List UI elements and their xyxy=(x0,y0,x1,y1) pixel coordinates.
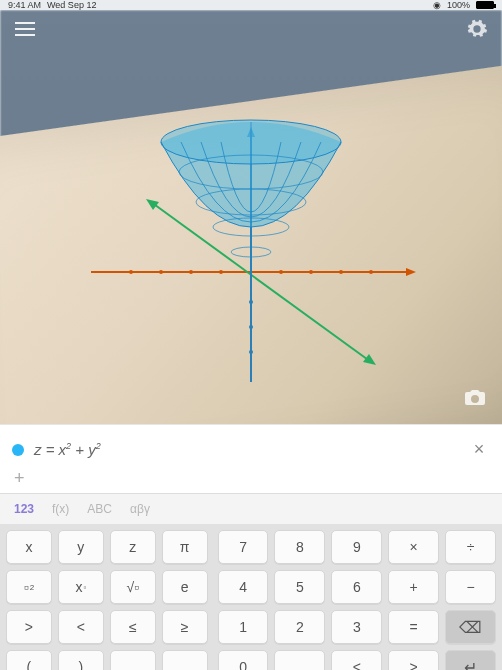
key-le[interactable]: ≤ xyxy=(110,610,156,644)
key-lt[interactable]: < xyxy=(58,610,104,644)
key-lparen[interactable]: ( xyxy=(6,650,52,670)
key-2[interactable]: 2 xyxy=(274,610,325,644)
key-x[interactable]: x xyxy=(6,530,52,564)
key-6[interactable]: 6 xyxy=(331,570,382,604)
axes-3d xyxy=(71,102,431,382)
tab-123[interactable]: 123 xyxy=(14,502,34,516)
key-minus[interactable]: − xyxy=(445,570,496,604)
svg-marker-11 xyxy=(363,354,376,365)
battery-percent: 100% xyxy=(447,0,470,10)
visibility-dot[interactable] xyxy=(12,444,24,456)
key-sqrt[interactable]: √▫ xyxy=(110,570,156,604)
key-plus[interactable]: + xyxy=(388,570,439,604)
svg-point-9 xyxy=(369,270,373,274)
key-gt[interactable]: > xyxy=(6,610,52,644)
equation-row[interactable]: z = x2 + y2 × xyxy=(12,435,490,464)
key-more[interactable]: … xyxy=(162,650,208,670)
key-dot[interactable]: . xyxy=(274,650,325,670)
svg-point-17 xyxy=(249,350,253,354)
key-left[interactable]: < xyxy=(331,650,382,670)
key-pi[interactable]: π xyxy=(162,530,208,564)
key-7[interactable]: 7 xyxy=(218,530,269,564)
key-e[interactable]: e xyxy=(162,570,208,604)
tab-fx[interactable]: f(x) xyxy=(52,502,69,516)
key-right[interactable]: > xyxy=(388,650,439,670)
key-9[interactable]: 9 xyxy=(331,530,382,564)
svg-point-15 xyxy=(249,300,253,304)
battery-icon xyxy=(476,1,494,9)
key-z[interactable]: z xyxy=(110,530,156,564)
key-ge[interactable]: ≥ xyxy=(162,610,208,644)
keypad-right: 7 8 9 × ÷ 4 5 6 + − 1 2 3 = ⌫ 0 . < > ↵ xyxy=(218,530,496,670)
keypad-left: x y z π ▫2 x▫ √▫ e > < ≤ ≥ ( ) , … xyxy=(6,530,208,670)
key-rparen[interactable]: ) xyxy=(58,650,104,670)
tab-abc[interactable]: ABC xyxy=(87,502,112,516)
key-square[interactable]: ▫2 xyxy=(6,570,52,604)
key-enter[interactable]: ↵ xyxy=(445,650,496,670)
keyboard-tabs: 123 f(x) ABC αβγ xyxy=(0,493,502,524)
key-y[interactable]: y xyxy=(58,530,104,564)
svg-point-8 xyxy=(339,270,343,274)
equation-input-area: z = x2 + y2 × + xyxy=(0,424,502,493)
svg-point-16 xyxy=(249,325,253,329)
svg-point-2 xyxy=(129,270,133,274)
key-eq[interactable]: = xyxy=(388,610,439,644)
key-0[interactable]: 0 xyxy=(218,650,269,670)
tab-greek[interactable]: αβγ xyxy=(130,502,150,516)
key-5[interactable]: 5 xyxy=(274,570,325,604)
equation-text[interactable]: z = x2 + y2 xyxy=(34,441,467,458)
svg-point-6 xyxy=(279,270,283,274)
wifi-icon: ◉ xyxy=(433,0,441,10)
key-comma[interactable]: , xyxy=(110,650,156,670)
key-8[interactable]: 8 xyxy=(274,530,325,564)
svg-point-5 xyxy=(219,270,223,274)
status-time: 9:41 AM xyxy=(8,0,41,10)
add-equation-button[interactable]: + xyxy=(12,464,490,491)
key-div[interactable]: ÷ xyxy=(445,530,496,564)
ar-view[interactable] xyxy=(0,10,502,424)
svg-point-3 xyxy=(159,270,163,274)
status-date: Wed Sep 12 xyxy=(47,0,96,10)
svg-marker-1 xyxy=(406,268,416,276)
key-1[interactable]: 1 xyxy=(218,610,269,644)
svg-point-4 xyxy=(189,270,193,274)
key-mul[interactable]: × xyxy=(388,530,439,564)
svg-point-7 xyxy=(309,270,313,274)
camera-icon[interactable] xyxy=(462,384,488,410)
math-keyboard: x y z π ▫2 x▫ √▫ e > < ≤ ≥ ( ) , … 7 8 9… xyxy=(0,524,502,670)
menu-icon[interactable] xyxy=(12,16,38,42)
key-power[interactable]: x▫ xyxy=(58,570,104,604)
status-bar: 9:41 AM Wed Sep 12 ◉ 100% xyxy=(0,0,502,10)
settings-icon[interactable] xyxy=(464,16,490,42)
close-icon[interactable]: × xyxy=(467,435,490,464)
key-4[interactable]: 4 xyxy=(218,570,269,604)
key-3[interactable]: 3 xyxy=(331,610,382,644)
key-backspace[interactable]: ⌫ xyxy=(445,610,496,644)
svg-marker-12 xyxy=(146,199,159,210)
